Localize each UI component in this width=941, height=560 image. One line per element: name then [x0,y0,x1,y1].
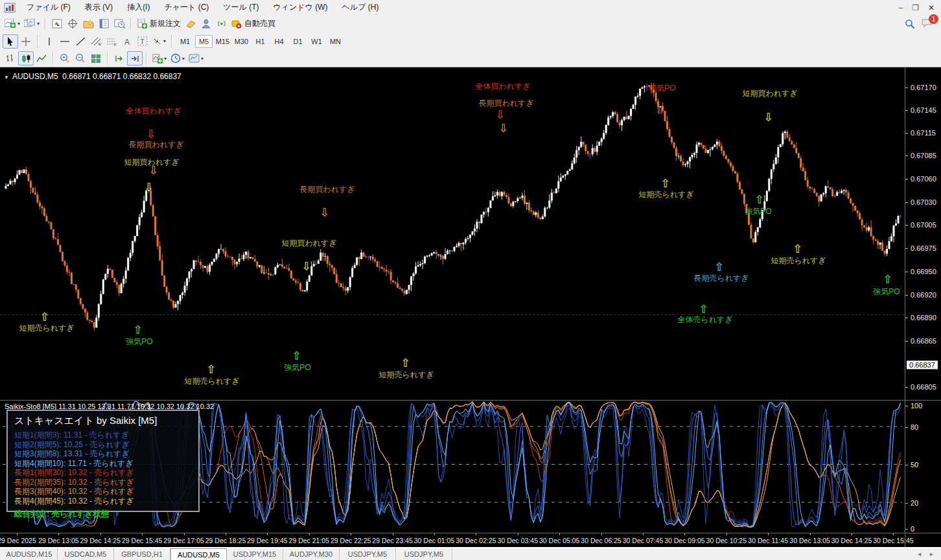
menu-f[interactable]: ファイル (F) [19,0,78,15]
timeframe-m5[interactable]: M5 [195,35,213,48]
tab-scroll-left-icon[interactable]: ◄ [916,551,922,557]
time-label: 29 Dec 13:05 [38,537,78,544]
chart-tab-usdjpy-m15[interactable]: USDJPY,M15 [227,548,283,560]
signal-arrow-down: ⇩ [498,122,508,134]
indicators-button[interactable]: ▾ [150,51,168,65]
bar-chart-button[interactable] [3,51,18,65]
price-tick [905,341,908,342]
templates-button[interactable]: ▾ [187,51,205,65]
time-axis[interactable]: 29 Dec 202529 Dec 13:0529 Dec 14:2529 De… [0,533,905,547]
chart-tab-audusd-m5[interactable]: AUDUSD,M5 [170,548,227,560]
tab-scroll-right-icon[interactable]: ► [929,551,935,557]
market-watch-button[interactable] [49,17,65,31]
text-tool-button[interactable]: A [119,34,135,49]
chart-tab-audjpy-m30[interactable]: AUDJPY,M30 [283,548,340,560]
time-label: 29 Dec 15:45 [122,537,162,544]
zoom-out-button[interactable] [73,51,88,65]
new-order-button[interactable]: 新規注文 [135,17,183,31]
menu-t[interactable]: ツール (T) [216,0,266,15]
data-window-button[interactable] [65,17,80,31]
timeframe-h1[interactable]: H1 [251,35,269,48]
notifications-button[interactable]: 1 [922,18,933,30]
stochastic-reading: 短期2(期間5): 10.25 - 売られすぎ [14,440,192,450]
auto-scroll-button[interactable] [111,51,127,65]
indicator-tick [905,427,908,428]
signal-arrow-up: ⇧ [206,364,216,375]
window-close-button[interactable]: ✕ [928,3,935,12]
arrows-tool-button[interactable]: ▾ [150,34,168,49]
price-label: 0.67170 [911,84,936,91]
toolbar-separator [130,18,132,30]
terminal-button[interactable] [96,17,111,31]
crosshair-tool-button[interactable] [18,34,34,49]
price-axis[interactable]: 0.671700.671450.671150.670850.670600.670… [905,67,941,400]
strategy-tester-button[interactable] [111,17,127,31]
templates-icon [189,54,200,63]
indicator-axis[interactable]: 1008050200 [905,401,941,533]
signal-label: 強気PO [284,362,310,373]
signal-arrow-up: ⇧ [714,261,724,273]
timeframe-m15[interactable]: M15 [214,35,231,48]
signal-label: 強気PO [126,336,152,347]
chart-tab-usdcad-m5[interactable]: USDCAD,M5 [58,548,114,560]
signal-label: 短期買われすぎ [281,238,336,249]
chart-tab-usdjpy-m5[interactable]: USDJPY,M5 [340,548,396,560]
window-minimize-button[interactable]: – [898,3,903,12]
menu-h[interactable]: ヘルプ (H) [335,0,386,15]
info-box-verdict: 総合判定: 売られすぎ状態 [14,509,192,520]
metaeditor-button[interactable] [183,17,198,31]
new-chart-icon [5,19,16,29]
navigator-button[interactable] [80,17,96,31]
timeframe-m30[interactable]: M30 [233,35,250,48]
chart-plot-area[interactable]: ▼AUDUSD,M5 0.66871 0.66871 0.66832 0.668… [0,67,905,400]
chart-tab-usdjpy-m5[interactable]: USDJPY,M5 [396,548,452,560]
timeframe-m1[interactable]: M1 [176,35,194,48]
window-restore-button[interactable]: ❐ [912,3,919,12]
chart-tab-audusd-m15[interactable]: AUDUSD,M15 [1,548,58,560]
autotrading-button[interactable]: 自動売買 [229,17,277,31]
indicator-axis-label: 50 [911,461,918,469]
channel-tool-button[interactable]: E [88,34,104,49]
signals-icon [216,19,227,29]
signal-label: 短期売られすぎ [19,323,74,334]
search-icon[interactable] [905,19,915,29]
menu-c[interactable]: チャート (C) [157,0,216,15]
vertical-line-tool-button[interactable] [41,34,57,49]
timeframe-h4[interactable]: H4 [270,35,288,48]
signal-arrow-up: ⇧ [883,274,892,285]
price-label: 0.67030 [911,198,936,206]
indicator-plot-area[interactable]: Saikix-Sto8 [M5] 11.31 10.25 13.31 11.71… [0,401,905,533]
tile-windows-button[interactable] [88,51,104,65]
trendline-tool-button[interactable] [73,34,88,49]
fibonacci-tool-button[interactable]: F [104,34,119,49]
profiles-button[interactable]: ▾ [22,17,41,31]
chart-dropdown-icon[interactable]: ▼ [4,75,9,80]
timeframe-d1[interactable]: D1 [289,35,307,48]
new-chart-button[interactable]: ▾ [3,17,22,31]
time-tick [768,533,769,535]
menu-bar: ファイル (F)表示 (V)挿入(I)チャート (C)ツール (T)ウィンドウ … [0,0,941,15]
candlestick-chart-button[interactable] [18,51,34,65]
chart-title: ▼AUDUSD,M5 0.66871 0.66871 0.66832 0.668… [4,72,181,81]
indicator-axis-label: 0 [911,525,914,533]
menu-w[interactable]: ウィンドウ (W) [266,0,335,15]
line-chart-button[interactable] [34,51,49,65]
horizontal-line-tool-button[interactable] [57,34,73,49]
time-label: 30 Dec 15:45 [873,537,913,544]
price-label: 0.67060 [911,175,936,183]
chart-tab-gbpusd-h1[interactable]: GBPUSD,H1 [114,548,170,560]
text-label-tool-button[interactable]: T [135,34,150,49]
time-label: 29 Dec 18:25 [205,537,246,544]
menu-i[interactable]: 挿入(I) [120,0,157,15]
timeframe-w1[interactable]: W1 [308,35,325,48]
signals-button[interactable] [214,17,229,31]
time-label: 29 Dec 17:05 [163,537,203,544]
menu-v[interactable]: 表示 (V) [78,0,120,15]
zoom-in-button[interactable] [57,51,73,65]
periods-button[interactable]: ▾ [168,51,187,65]
cursor-tool-button[interactable] [3,34,18,49]
time-label: 30 Dec 06:25 [581,537,621,544]
experts-button[interactable] [198,17,214,31]
timeframe-mn[interactable]: MN [327,35,344,48]
chart-shift-button[interactable] [127,51,143,65]
